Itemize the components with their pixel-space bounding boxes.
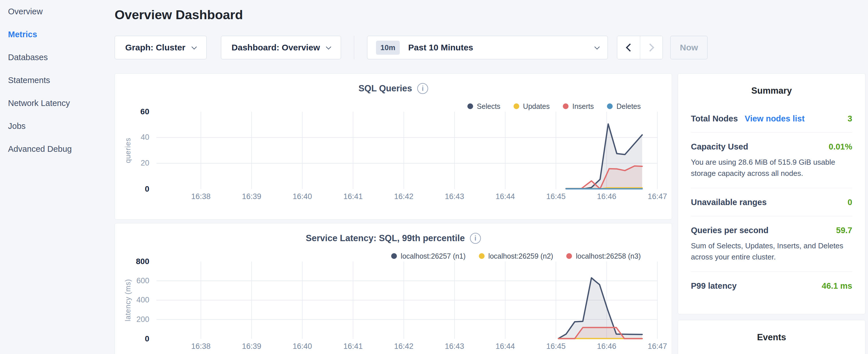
legend-item-selects[interactable]: Selects	[467, 102, 500, 110]
chevron-down-icon	[191, 44, 196, 49]
summary-stat-queries-per-second: Queries per second59.7Sum of Selects, Up…	[691, 216, 852, 271]
toolbar-divider	[354, 36, 354, 59]
events-panel: Events Schema Change Completed: Schema c…	[678, 320, 865, 354]
stat-row: Total NodesView nodes list3	[691, 114, 852, 123]
info-icon[interactable]: i	[417, 83, 428, 94]
right-column: Summary Total NodesView nodes list3Capac…	[678, 73, 865, 354]
stat-value: 59.7	[836, 226, 852, 235]
legend-item-updates[interactable]: Updates	[514, 102, 550, 110]
y-tick-label: 600	[108, 277, 149, 285]
x-tick-label: 16:44	[485, 342, 525, 351]
chevron-down-icon	[595, 44, 600, 49]
stat-description: You are using 28.6 MiB of 515.9 GiB usab…	[691, 157, 852, 179]
legend-label: Inserts	[572, 102, 594, 110]
y-tick-label: 200	[108, 315, 149, 324]
sidebar-item-databases[interactable]: Databases	[0, 46, 115, 69]
chevron-right-icon	[646, 43, 654, 52]
summary-stat-unavailable-ranges: Unavailable ranges0	[691, 188, 852, 216]
x-tick-label: 16:46	[587, 192, 627, 201]
charts-column: SQL QueriesiSelectsUpdatesInsertsDeletes…	[115, 73, 672, 354]
stat-row: Unavailable ranges0	[691, 198, 852, 207]
dashboard-dropdown[interactable]: Dashboard: Overview	[221, 36, 341, 59]
sidebar-item-network-latency[interactable]: Network Latency	[0, 92, 115, 115]
legend-item-deletes[interactable]: Deletes	[607, 102, 641, 110]
x-tick-label: 16:41	[333, 342, 373, 351]
summary-stats: Total NodesView nodes list3Capacity Used…	[691, 104, 852, 299]
stat-label: Queries per second	[691, 226, 769, 235]
chart-legend: localhost:26257 (n1)localhost:26259 (n2)…	[115, 251, 641, 261]
sidebar-item-overview[interactable]: Overview	[0, 0, 115, 23]
sidebar-item-statements[interactable]: Statements	[0, 69, 115, 92]
legend-item-localhost-26257-n1[interactable]: localhost:26257 (n1)	[391, 252, 466, 260]
time-range-label: Past 10 Minutes	[408, 43, 595, 53]
x-tick-label: 16:47	[637, 342, 677, 351]
summary-panel: Summary Total NodesView nodes list3Capac…	[678, 73, 865, 314]
sidebar-item-metrics[interactable]: Metrics	[0, 23, 115, 46]
graph-dropdown[interactable]: Graph: Cluster	[115, 36, 207, 59]
time-range-badge: 10m	[376, 41, 400, 55]
time-step-controls	[617, 36, 663, 59]
stat-row: P99 latency46.1 ms	[691, 281, 852, 291]
x-tick-label: 16:39	[231, 342, 272, 351]
y-tick-label: 0	[108, 334, 149, 344]
stat-value: 46.1 ms	[822, 281, 852, 291]
legend-label: Selects	[477, 102, 500, 110]
stat-label: Total Nodes	[691, 114, 738, 123]
chart-canvas[interactable]	[156, 261, 657, 339]
events-title: Events	[691, 332, 852, 343]
chart-title-row: SQL Queriesi	[115, 83, 672, 94]
x-tick-label: 16:45	[536, 192, 576, 201]
x-tick-label: 16:46	[587, 342, 627, 351]
y-tick-label: 60	[108, 107, 149, 116]
x-tick-label: 16:40	[282, 342, 322, 351]
legend-dot	[566, 253, 572, 259]
stat-row: Capacity Used0.01%	[691, 142, 852, 152]
stat-value: 3	[848, 114, 852, 123]
sidebar-item-jobs[interactable]: Jobs	[0, 115, 115, 137]
chevron-left-icon	[626, 43, 634, 52]
x-tick-label: 16:38	[181, 192, 221, 201]
legend-label: localhost:26259 (n2)	[488, 252, 553, 260]
summary-title: Summary	[691, 86, 852, 96]
x-tick-label: 16:47	[637, 192, 677, 201]
chart-legend: SelectsUpdatesInsertsDeletes	[115, 101, 641, 111]
sidebar: OverviewMetricsDatabasesStatementsNetwor…	[0, 0, 115, 354]
chart-title-row: Service Latency: SQL, 99th percentilei	[115, 232, 672, 244]
legend-dot	[467, 103, 473, 109]
legend-dot	[514, 103, 519, 109]
sidebar-item-advanced-debug[interactable]: Advanced Debug	[0, 137, 115, 160]
legend-item-localhost-26258-n3[interactable]: localhost:26258 (n3)	[566, 252, 641, 260]
time-range-dropdown[interactable]: 10m Past 10 Minutes	[367, 36, 608, 59]
x-tick-label: 16:42	[384, 342, 424, 351]
time-forward-button[interactable]	[640, 36, 662, 59]
page-title: Overview Dashboard	[115, 7, 865, 22]
x-tick-label: 16:45	[536, 342, 576, 351]
x-tick-label: 16:42	[384, 192, 424, 201]
chart-plot: latency (ms)020040060080016:3816:3916:40…	[156, 261, 657, 339]
now-button[interactable]: Now	[670, 36, 707, 59]
info-icon[interactable]: i	[470, 233, 481, 244]
time-back-button[interactable]	[617, 36, 640, 59]
view-nodes-list-link[interactable]: View nodes list	[745, 114, 805, 123]
main-content: Overview Dashboard Graph: Cluster Dashbo…	[115, 0, 868, 354]
legend-dot	[479, 253, 485, 259]
content-row: SQL QueriesiSelectsUpdatesInsertsDeletes…	[115, 73, 865, 354]
x-tick-label: 16:39	[231, 192, 272, 201]
legend-item-inserts[interactable]: Inserts	[563, 102, 594, 110]
legend-dot	[563, 103, 568, 109]
x-tick-label: 16:44	[485, 192, 525, 201]
stat-description: Sum of Selects, Updates, Inserts, and De…	[691, 240, 852, 263]
chart-plot: queries020406016:3816:3916:4016:4116:421…	[156, 112, 657, 189]
y-tick-label: 0	[108, 185, 149, 194]
stat-row: Queries per second59.7	[691, 226, 852, 235]
legend-label: Updates	[523, 102, 550, 110]
summary-stat-total-nodes: Total NodesView nodes list3	[691, 104, 852, 132]
chart-title: Service Latency: SQL, 99th percentile	[306, 233, 465, 244]
legend-item-localhost-26259-n2[interactable]: localhost:26259 (n2)	[479, 252, 553, 260]
x-tick-label: 16:43	[434, 342, 474, 351]
stat-value: 0	[848, 198, 852, 207]
chart-card-sql-queries: SQL QueriesiSelectsUpdatesInsertsDeletes…	[115, 73, 672, 220]
chart-canvas[interactable]	[156, 112, 657, 189]
stat-label: Unavailable ranges	[691, 198, 767, 207]
stat-label: P99 latency	[691, 281, 737, 291]
